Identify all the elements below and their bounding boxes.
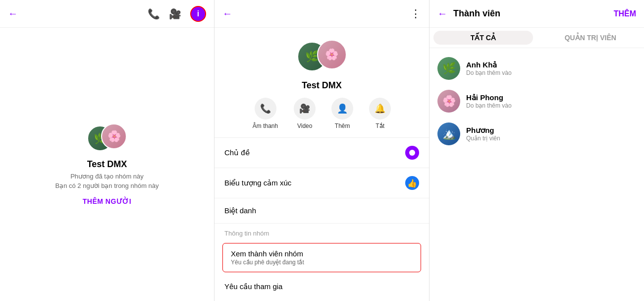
panel2-header: ← ⋮ [215,0,429,28]
back-arrow-panel1[interactable]: ← [8,8,18,19]
nickname-label: Biệt danh [224,206,256,215]
member-sub-0: Do bạn thêm vào [466,69,512,76]
view-members-subtitle: Yêu cầu phê duyệt đang tắt [231,259,413,266]
video-icon[interactable]: 🎥 [169,8,181,20]
menu-item-emoji[interactable]: Biểu tượng cảm xúc 👍 [215,168,429,198]
panel3-header: ← Thành viên THÊM [429,0,644,28]
more-options-icon[interactable]: ⋮ [410,7,421,20]
avatar-leaf-right: 🌸 [102,124,126,148]
avatar-right: 🌸 [101,123,127,149]
action-mute-btn[interactable]: 🔔 Tắt [369,98,391,129]
mute-label: Tắt [376,122,384,129]
emoji-icon: 👍 [405,176,419,190]
group-subtitle1: Phương đã tạo nhóm này [70,173,144,180]
avatar-large-right: 🌸 [317,40,347,69]
add-label: Thêm [335,122,350,129]
panel1-content: 🌿 🌸 Test DMX Phương đã tạo nhóm này Bạn … [0,28,214,301]
menu-item-nickname[interactable]: Biệt danh [215,198,429,224]
menu-item-theme[interactable]: Chủ đề [215,138,429,168]
tab-admin[interactable]: QUẢN TRỊ VIÊN [541,31,641,45]
member-info-1: Hải Phong Do bạn thêm vào [466,93,512,109]
member-list: 🌿 Anh Khả Do bạn thêm vào 🌸 Hải Phong Do… [429,48,644,154]
member-sub-1: Do bạn thêm vào [466,102,512,109]
member-sub-2: Quản trị viên [466,135,500,142]
video-btn-icon: 🎥 [294,98,316,120]
member-item-2[interactable]: 🏔️ Phương Quản trị viên [429,118,644,150]
info-icon[interactable]: i [190,6,206,22]
video-label: Video [297,122,312,129]
back-arrow-panel2[interactable]: ← [222,8,232,19]
theme-icon [405,146,419,160]
member-info-2: Phương Quản trị viên [466,126,500,142]
group-avatar-small: 🌿 🌸 [87,123,127,153]
member-name-0: Anh Khả [466,60,512,69]
emoji-label: Biểu tượng cảm xúc [224,179,291,187]
panel1-header: ← 📞 🎥 i [0,0,214,28]
group-avatar-large: 🌿 🌸 [297,40,347,74]
group-hero: 🌿 🌸 Test DMX 📞 Âm thanh 🎥 Video 👤 [215,28,429,138]
panel-chat: ← 📞 🎥 i 🌿 🌸 Test DMX Phương đã tạo nhóm … [0,0,215,301]
members-tabs: TẤT CẢ QUẢN TRỊ VIÊN [429,28,644,48]
join-request-item[interactable]: Yêu cầu tham gia [215,274,429,299]
phone-icon[interactable]: 📞 [148,8,160,20]
member-name-2: Phương [466,126,500,135]
view-members-boxed[interactable]: Xem thành viên nhóm Yêu cầu phê duyệt đa… [222,243,421,272]
audio-label: Âm thanh [253,122,278,129]
theme-label: Chủ đề [224,148,250,157]
audio-icon: 📞 [255,98,276,120]
member-name-1: Hải Phong [466,93,512,102]
add-person-button[interactable]: THÊM NGƯỜI [83,197,131,205]
action-video-btn[interactable]: 🎥 Video [294,98,316,129]
panel-group-info: ← ⋮ 🌿 🌸 Test DMX 📞 Âm thanh 🎥 [215,0,429,301]
member-avatar-1: 🌸 [437,90,460,113]
action-audio-btn[interactable]: 📞 Âm thanh [253,98,278,129]
group-subtitle2: Bạn có 2 người bạn trong nhóm này [55,182,159,189]
section-label-group-info: Thông tin nhóm [215,224,429,241]
member-avatar-2: 🏔️ [437,122,460,145]
action-add-btn[interactable]: 👤 Thêm [331,98,353,129]
tab-all[interactable]: TẤT CẢ [433,31,533,45]
panel2-content: 🌿 🌸 Test DMX 📞 Âm thanh 🎥 Video 👤 [215,28,429,301]
view-members-title: Xem thành viên nhóm [231,249,413,258]
menu-list: Chủ đề Biểu tượng cảm xúc 👍 Biệt danh [215,138,429,224]
member-item-1[interactable]: 🌸 Hải Phong Do bạn thêm vào [429,85,644,118]
member-item-0[interactable]: 🌿 Anh Khả Do bạn thêm vào [429,52,644,85]
panel-members: ← Thành viên THÊM TẤT CẢ QUẢN TRỊ VIÊN 🌿… [429,0,644,301]
add-member-button[interactable]: THÊM [614,9,636,18]
svg-point-0 [409,150,415,156]
back-arrow-panel3[interactable]: ← [437,8,447,19]
member-info-0: Anh Khả Do bạn thêm vào [466,60,512,76]
header-icons-panel1: 📞 🎥 i [148,6,206,22]
member-avatar-0: 🌿 [437,57,460,80]
group-name-panel2: Test DMX [302,80,342,91]
avatar-large-leaf-right: 🌸 [318,41,346,68]
mute-icon: 🔔 [369,98,391,120]
action-buttons: 📞 Âm thanh 🎥 Video 👤 Thêm 🔔 Tắt [253,98,391,129]
members-title: Thành viên [453,8,500,19]
add-person-icon: 👤 [331,98,353,120]
group-name-panel1: Test DMX [87,159,127,170]
